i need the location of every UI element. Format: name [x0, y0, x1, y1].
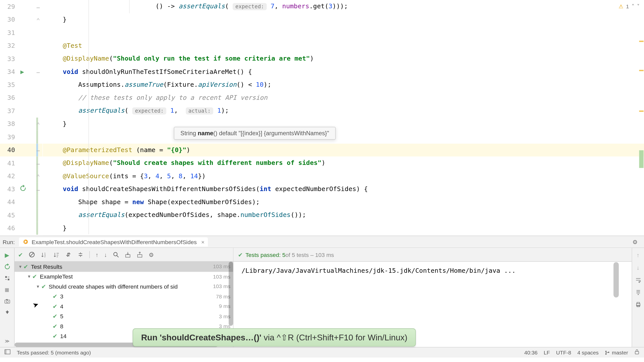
prev-failed-icon[interactable]: ↑: [96, 251, 98, 258]
shortcut-keys: via ^⇧R (Ctrl+Shift+F10 for Win/Linux): [261, 333, 407, 342]
vertical-scrollbar[interactable]: [229, 262, 233, 326]
next-failed-icon[interactable]: ↓: [104, 251, 107, 258]
fold-icon[interactable]: −: [36, 160, 42, 166]
warning-icon[interactable]: ⚠: [619, 4, 623, 10]
close-icon[interactable]: ×: [201, 239, 205, 245]
dump-icon[interactable]: [4, 309, 11, 316]
fold-icon[interactable]: −: [36, 69, 42, 74]
search-icon[interactable]: [113, 251, 119, 258]
warning-count: 1: [626, 4, 629, 10]
collapse-all-icon[interactable]: [77, 251, 84, 258]
svg-rect-10: [126, 255, 130, 257]
pass-icon: ✔: [53, 313, 57, 320]
line-number: 46: [0, 225, 15, 232]
git-branch[interactable]: master: [605, 349, 628, 356]
up-icon[interactable]: ↑: [634, 251, 641, 258]
line-number: 39: [0, 133, 15, 141]
line-number: 43: [0, 186, 15, 193]
fold-icon[interactable]: ⌃: [36, 173, 42, 179]
down-icon[interactable]: ↓: [634, 264, 641, 271]
run-config-icon: [23, 239, 29, 245]
line-separator[interactable]: LF: [544, 349, 550, 356]
tool-windows-icon[interactable]: [5, 349, 11, 356]
encoding[interactable]: UTF-8: [556, 349, 571, 356]
line-number: 44: [0, 199, 15, 206]
tree-group[interactable]: ▾ ✔ Should create shapes with different …: [15, 282, 233, 292]
tree-item[interactable]: ✔49 ms: [15, 301, 233, 311]
expand-icon[interactable]: ≫: [4, 337, 11, 344]
line-number: 38: [0, 120, 15, 127]
test-summary: ✔ Tests passed: 5 of 5 tests – 103 ms: [233, 248, 631, 262]
chevron-down-icon[interactable]: ▾: [26, 274, 32, 280]
run-gutter-icon[interactable]: ▶: [20, 68, 24, 75]
soft-wrap-icon[interactable]: [634, 276, 641, 283]
passed-count: Tests passed: 5: [246, 251, 286, 258]
error-stripe[interactable]: [638, 0, 643, 236]
stop-icon[interactable]: ◼: [4, 286, 11, 293]
code-area[interactable]: () -> assertEquals( expected: 7, numbers…: [43, 0, 644, 236]
line-number: 37: [0, 107, 15, 114]
scroll-end-icon[interactable]: [634, 289, 641, 296]
tree-item[interactable]: ✔378 ms: [15, 292, 233, 302]
import-icon[interactable]: [125, 251, 131, 258]
export-icon[interactable]: [137, 251, 143, 258]
pass-icon: ✔: [238, 251, 243, 258]
pass-icon: ✔: [32, 273, 37, 280]
fold-icon[interactable]: ⌃: [36, 121, 42, 126]
camera-icon[interactable]: [4, 297, 11, 304]
line-number: 29: [0, 3, 15, 10]
svg-point-2: [6, 300, 8, 302]
rerun-gutter-icon[interactable]: [19, 185, 26, 193]
pass-icon: ✔: [53, 293, 57, 300]
svg-rect-13: [637, 302, 639, 304]
pass-icon: ✔: [53, 333, 57, 339]
sort-alpha-icon[interactable]: 12: [41, 251, 47, 258]
svg-rect-14: [637, 305, 639, 307]
tree-root[interactable]: ▾ ✔ Test Results 103 ms: [15, 262, 233, 272]
chevron-up-icon[interactable]: ˄: [632, 4, 634, 10]
line-number: 36: [0, 94, 15, 101]
duration: 78 ms: [216, 293, 230, 300]
fold-icon[interactable]: ⌃: [36, 17, 42, 22]
line-number: 30: [0, 16, 15, 23]
line-number: 45: [0, 212, 15, 219]
indent[interactable]: 4 spaces: [577, 349, 598, 356]
line-number: 42: [0, 172, 15, 179]
svg-point-8: [114, 252, 117, 256]
fold-icon[interactable]: −: [36, 4, 42, 9]
expand-all-icon[interactable]: [65, 251, 72, 258]
tree-label: 4: [60, 303, 63, 310]
inspection-indicators[interactable]: ⚠1 ˄ ˅: [619, 4, 640, 10]
chevron-down-icon[interactable]: ▾: [35, 284, 41, 289]
tree-label: Should create shapes with different numb…: [49, 283, 178, 290]
run-tab[interactable]: ExampleTest.shouldCreateShapesWithDiffer…: [19, 237, 208, 246]
lock-icon[interactable]: [634, 349, 639, 356]
sort-dur-icon[interactable]: [53, 251, 60, 258]
tree-class[interactable]: ▾ ✔ ExampleTest 103 ms: [15, 272, 233, 282]
print-icon[interactable]: [634, 301, 641, 308]
toggle-icon[interactable]: [4, 275, 11, 282]
chevron-down-icon[interactable]: ▾: [17, 264, 24, 269]
run-icon[interactable]: ▶: [4, 251, 11, 258]
line-number: 33: [0, 55, 15, 62]
pass-icon: ✔: [41, 283, 46, 290]
svg-line-5: [30, 253, 34, 256]
svg-rect-11: [138, 255, 142, 257]
gear-icon[interactable]: ⚙: [149, 251, 154, 258]
pass-icon: ✔: [23, 263, 28, 270]
tree-item[interactable]: ✔53 ms: [15, 311, 233, 322]
line-number: 40: [0, 146, 15, 153]
svg-rect-16: [5, 350, 7, 354]
rerun-icon[interactable]: [4, 263, 11, 270]
fold-icon[interactable]: −: [36, 187, 42, 192]
caret-position[interactable]: 40:36: [524, 349, 538, 356]
vertical-scrollbar[interactable]: [614, 262, 619, 298]
gear-icon[interactable]: ⚙: [632, 239, 638, 245]
console-right-toolbar: ↑ ↓: [632, 248, 644, 347]
console-output[interactable]: /Library/Java/JavaVirtualMachines/jdk-15…: [233, 262, 631, 279]
show-ignored-icon[interactable]: [29, 251, 35, 258]
fold-icon[interactable]: −: [36, 147, 42, 153]
svg-text:2: 2: [44, 254, 46, 257]
show-passed-icon[interactable]: ✔: [18, 251, 23, 258]
editor[interactable]: 29− 30⌃ 31 32 33 34▶− 35 36 37 38⌃ 39 40…: [0, 0, 644, 236]
